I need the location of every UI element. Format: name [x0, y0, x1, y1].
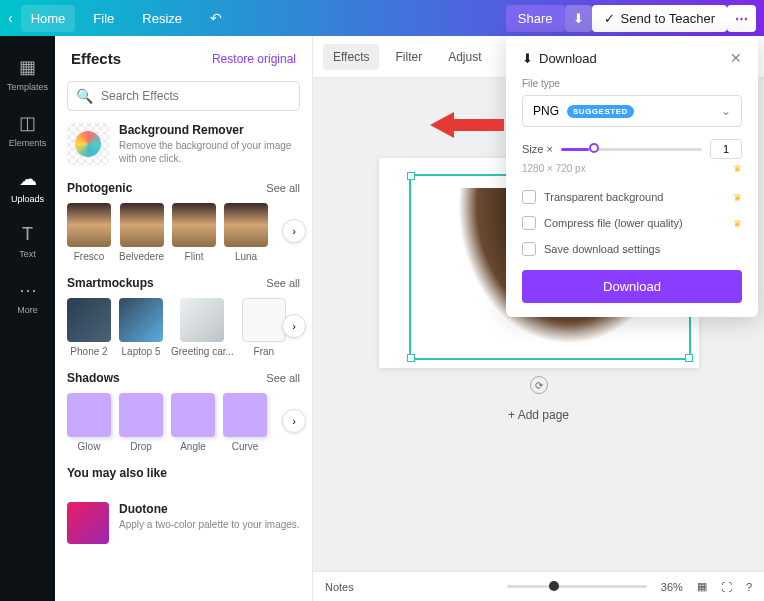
bg-remover-title: Background Remover [119, 123, 300, 137]
rail-elements[interactable]: ◫Elements [0, 102, 55, 158]
rail-uploads[interactable]: ☁Uploads [0, 158, 55, 214]
size-slider[interactable] [561, 148, 702, 151]
tool-adjust[interactable]: Adjust [438, 44, 491, 70]
shadow-angle[interactable]: Angle [171, 393, 215, 452]
close-icon[interactable]: ✕ [730, 50, 742, 66]
crown-icon: ♛ [733, 192, 742, 203]
bg-remover-desc: Remove the background of your image with… [119, 139, 300, 165]
you-may-also-like-section: You may also like [55, 466, 312, 502]
rotate-icon[interactable]: ⟳ [530, 376, 548, 394]
duotone-title: Duotone [119, 502, 300, 516]
help-icon[interactable]: ? [746, 581, 752, 593]
popover-title: ⬇Download [522, 51, 597, 66]
crown-icon: ♛ [733, 218, 742, 229]
smartmockups-section: SmartmockupsSee all Phone 2 Laptop 5 Gre… [55, 276, 312, 371]
zoom-value: 36% [661, 581, 683, 593]
chevron-right-icon[interactable]: › [282, 314, 306, 338]
grid-view-icon[interactable]: ▦ [697, 580, 707, 593]
section-title: Smartmockups [67, 276, 154, 290]
more-icon: ⋯ [19, 279, 37, 301]
file-type-select[interactable]: PNG SUGGESTED ⌄ [522, 95, 742, 127]
panel-title: Effects [71, 50, 121, 67]
elements-icon: ◫ [19, 112, 36, 134]
suggested-badge: SUGGESTED [567, 105, 634, 118]
text-icon: T [22, 224, 33, 245]
templates-icon: ▦ [19, 56, 36, 78]
resize-menu[interactable]: Resize [132, 5, 192, 32]
mockup-laptop5[interactable]: Laptop 5 [119, 298, 163, 357]
duotone-effect[interactable]: Duotone Apply a two-color palette to you… [55, 502, 312, 544]
back-icon[interactable]: ‹ [8, 10, 13, 26]
zoom-slider[interactable] [507, 585, 647, 588]
effect-luna[interactable]: Luna [224, 203, 268, 262]
notes-button[interactable]: Notes [325, 581, 354, 593]
rail-text[interactable]: TText [0, 214, 55, 269]
search-input[interactable] [101, 89, 291, 103]
resize-handle-bl[interactable] [407, 354, 415, 362]
undo-icon[interactable]: ↶ [200, 4, 232, 32]
restore-original-link[interactable]: Restore original [212, 52, 296, 66]
compress-checkbox[interactable]: Compress file (lower quality)♛ [522, 210, 742, 236]
bg-remover-icon [67, 123, 109, 165]
section-title: You may also like [67, 466, 167, 480]
download-popover: ⬇Download ✕ File type PNG SUGGESTED ⌄ Si… [506, 36, 758, 317]
file-type-label: File type [522, 78, 742, 89]
background-remover[interactable]: Background Remover Remove the background… [55, 123, 312, 181]
search-icon: 🔍 [76, 88, 93, 104]
slider-handle[interactable] [589, 143, 599, 153]
rail-templates[interactable]: ▦Templates [0, 46, 55, 102]
uploads-icon: ☁ [19, 168, 37, 190]
transparent-bg-checkbox[interactable]: Transparent background♛ [522, 184, 742, 210]
fullscreen-icon[interactable]: ⛶ [721, 581, 732, 593]
share-button[interactable]: Share [506, 5, 565, 32]
mockup-frame[interactable]: Fran [242, 298, 286, 357]
mockup-phone2[interactable]: Phone 2 [67, 298, 111, 357]
add-page-button[interactable]: + Add page [508, 408, 569, 422]
file-menu[interactable]: File [83, 5, 124, 32]
zoom-handle[interactable] [549, 581, 559, 591]
see-all-link[interactable]: See all [266, 372, 300, 384]
save-settings-checkbox[interactable]: Save download settings [522, 236, 742, 262]
effect-fresco[interactable]: Fresco [67, 203, 111, 262]
download-button[interactable]: Download [522, 270, 742, 303]
chevron-down-icon: ⌄ [721, 104, 731, 118]
see-all-link[interactable]: See all [266, 182, 300, 194]
more-button[interactable]: ⋯ [727, 5, 756, 32]
section-title: Photogenic [67, 181, 132, 195]
shadow-glow[interactable]: Glow [67, 393, 111, 452]
size-label: Size × [522, 143, 553, 155]
home-button[interactable]: Home [21, 5, 76, 32]
photogenic-section: PhotogenicSee all Fresco Belvedere Flint… [55, 181, 312, 276]
file-type-value: PNG [533, 104, 559, 118]
effect-flint[interactable]: Flint [172, 203, 216, 262]
shadow-drop[interactable]: Drop [119, 393, 163, 452]
check-icon: ✓ [604, 11, 615, 26]
top-bar: ‹ Home File Resize ↶ Share ⬇ ✓Send to Te… [0, 0, 764, 36]
dimensions-text: 1280 × 720 px ♛ [522, 163, 742, 174]
chevron-right-icon[interactable]: › [282, 219, 306, 243]
shadows-section: ShadowsSee all Glow Drop Angle Curve › [55, 371, 312, 466]
duotone-desc: Apply a two-color palette to your images… [119, 518, 300, 531]
effect-belvedere[interactable]: Belvedere [119, 203, 164, 262]
download-icon: ⬇ [522, 51, 533, 66]
crown-icon: ♛ [733, 163, 742, 174]
download-icon-button[interactable]: ⬇ [565, 5, 592, 32]
annotation-arrow [430, 110, 504, 140]
resize-handle-tl[interactable] [407, 172, 415, 180]
resize-handle-br[interactable] [685, 354, 693, 362]
chevron-right-icon[interactable]: › [282, 409, 306, 433]
bottom-bar: Notes 36% ▦ ⛶ ? [313, 571, 764, 601]
tool-filter[interactable]: Filter [385, 44, 432, 70]
send-to-teacher-button[interactable]: ✓Send to Teacher [592, 5, 727, 32]
side-rail: ▦Templates ◫Elements ☁Uploads TText ⋯Mor… [0, 36, 55, 601]
search-effects[interactable]: 🔍 [67, 81, 300, 111]
shadow-curve[interactable]: Curve [223, 393, 267, 452]
rail-more[interactable]: ⋯More [0, 269, 55, 325]
section-title: Shadows [67, 371, 120, 385]
svg-marker-0 [430, 112, 504, 138]
see-all-link[interactable]: See all [266, 277, 300, 289]
tool-effects[interactable]: Effects [323, 44, 379, 70]
size-input[interactable] [710, 139, 742, 159]
duotone-icon [67, 502, 109, 544]
mockup-greeting-card[interactable]: Greeting car... [171, 298, 234, 357]
